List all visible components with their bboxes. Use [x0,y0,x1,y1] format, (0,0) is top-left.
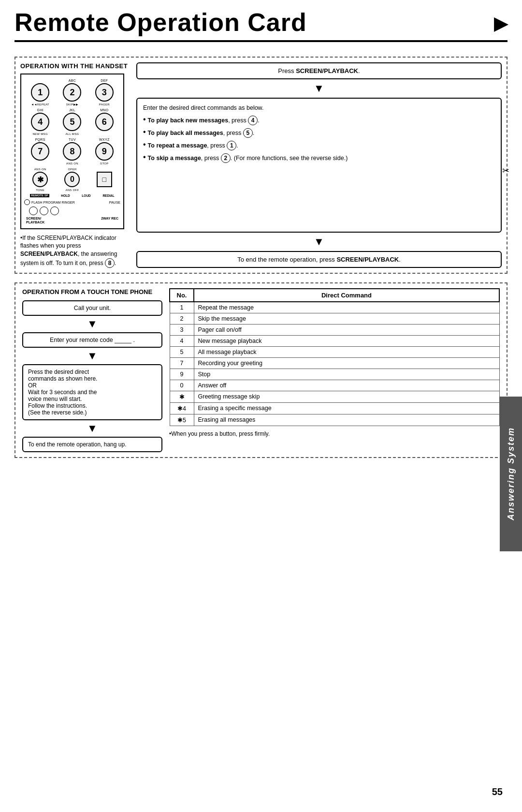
cmd-no-cell: 9 [170,369,194,380]
key-9-btn: 9 [95,142,114,161]
key-0-btn: 0 [64,172,80,187]
key-8-top: TUV [69,137,76,142]
cmd-table: No. Direct Command 1Repeat the message2S… [169,288,500,426]
handset-area: OPERATION WITH THE HANDSET 1 ◄◄REPEAT AB… [20,62,131,268]
key-star-bottom: TONE [36,188,44,192]
cmd-text-cell: Stop [194,369,499,380]
hold-label: HOLD [61,194,70,197]
cmd-text-cell: Recording your greeting [194,357,499,369]
cmd-text-cell: Greeting message skip [194,391,499,402]
key-6-top: MNO [100,108,108,113]
key-4: GHI 4 NEW MSG [26,108,55,136]
screen-playback-label: SCREEN/PLAYBACK [26,217,44,224]
table-row: 0Answer off [170,380,499,391]
key-star-top: ANS ON [34,167,46,172]
table-row: 2Skip the message [170,313,499,324]
pause-label: PAUSE [109,201,120,204]
cmd-no-cell: 4 [170,335,194,346]
key-4-btn: 4 [31,113,49,131]
right-instructions: Press SCREEN/PLAYBACK. ▼ Enter the desir… [136,62,502,268]
key-0-top: OPER [68,167,76,172]
table-row: ✱4Erasing a specific message [170,402,499,414]
cmd-no-cell: ✱ [170,391,194,402]
enter-label: Enter the desired direct commands as bel… [143,103,495,113]
press-label-text: Press SCREEN/PLAYBACK. [278,67,360,74]
flash-label: FLASH PROGRAM RINGER [31,201,75,204]
bullet-dot-3: • [143,140,146,149]
header-arrow: ▶ [494,14,508,34]
key-8-btn: 8 [63,142,81,161]
key-5-ref: 5 [243,128,253,138]
top-section: OPERATION WITH THE HANDSET 1 ◄◄REPEAT AB… [14,57,508,274]
page-header: Remote Operation Card ▶ [0,0,522,36]
flash-group: FLASH PROGRAM RINGER [24,199,75,205]
key-6: MNO 6 [90,108,119,136]
call-unit-box: Call your unit. [22,300,162,316]
table-row: 3Pager call on/off [170,324,499,335]
cmd-text-cell: New message playback [194,335,499,346]
key-9-top: WXYZ [99,137,109,142]
key-star: ANS ON ✱ TONE [26,167,55,192]
two-way-rec-label: 2WAY REC [101,217,118,224]
down-arrow-1: ▼ [136,83,502,94]
end-operation-box: To end the remote operation, press SCREE… [136,251,502,268]
sidebar-label-text: Answering System [506,427,516,520]
circle-2 [40,207,48,215]
header-rule [14,40,508,42]
enter-code-text: Enter your remote code _____ . [50,337,135,343]
circle-3 [50,207,59,215]
loud-label: LOUD [82,194,90,197]
cmd-text-cell: Repeat the message [194,302,499,313]
down-arrow-2: ▼ [136,236,502,247]
cmd-table-body: 1Repeat the message2Skip the message3Pag… [170,302,499,426]
keypad-row-1: 1 ◄◄REPEAT ABC 2 SKIP▶▶ DEF 3 PAGER [24,78,120,107]
press-commands-box: Press the desired direct commands as sho… [22,364,162,420]
key-9-bottom: STOP [100,161,108,166]
keypad-container: 1 ◄◄REPEAT ABC 2 SKIP▶▶ DEF 3 PAGER [20,74,124,229]
key-5-btn: 5 [63,113,81,131]
flash-row: FLASH PROGRAM RINGER PAUSE [24,199,120,205]
handset-title: OPERATION WITH THE HANDSET [20,62,131,70]
direct-cmd-col: No. Direct Command 1Repeat the message2S… [169,288,500,452]
key-1-ref: 1 [227,141,236,150]
key-2-ref: 2 [221,153,231,163]
hang-up-text: To end the remote operation, hang up. [28,441,126,448]
cmd-no-cell: ✱4 [170,402,194,414]
touch-tone-title: OPERATION FROM A TOUCH TONE PHONE [22,288,162,295]
table-header-row: No. Direct Command [170,289,499,302]
call-unit-text: Call your unit. [74,305,111,311]
key-0-bottom: ANS OFF [65,188,79,192]
cmd-no-cell: 3 [170,324,194,335]
bullet-3: • To repeat a message, press 1. [143,141,495,150]
cmd-text-cell: Erasing a specific message [194,402,499,414]
key-7-btn: 7 [31,142,49,161]
cmd-text-cell: Erasing all messages [194,414,499,426]
cmd-no-cell: 0 [170,380,194,391]
screen-tworec-labels: SCREEN/PLAYBACK 2WAY REC [24,217,120,224]
key-7: PQRS 7 [26,137,55,166]
keypad-labels: REMOTE SP HOLD LOUD REDIAL [24,194,120,197]
cmd-no-cell: 2 [170,313,194,324]
key-7-top: PQRS [35,137,45,142]
bullet-4: • To skip a message, press 2. (For more … [143,153,495,163]
table-row: 9Stop [170,369,499,380]
bullet-3-text: To repeat a message, press 1. [148,141,238,150]
cmd-no-cell: ✱5 [170,414,194,426]
key-4-bottom: NEW MSG [32,132,47,136]
key-hash-btn: □ [97,172,112,187]
bullet-dot-4: • [143,152,146,162]
key-3: DEF 3 PAGER [90,78,119,107]
circle-group [29,207,59,215]
key-2-top: ABC [69,78,76,83]
cmd-text-cell: Skip the message [194,313,499,324]
bullet-1-text: To play back new messages, press 4. [148,116,260,125]
end-label: To end the remote operation, press SCREE… [237,256,401,263]
key-1-btn: 1 [31,83,49,102]
key-8-inline: 8 [105,258,115,268]
key-hash: □ [90,167,119,192]
key-5-top: JKL [69,108,75,113]
radio-o [24,199,30,205]
down-arrow-5: ▼ [22,423,162,434]
page-title: Remote Operation Card [14,9,307,36]
key-3-top: DEF [101,78,108,83]
